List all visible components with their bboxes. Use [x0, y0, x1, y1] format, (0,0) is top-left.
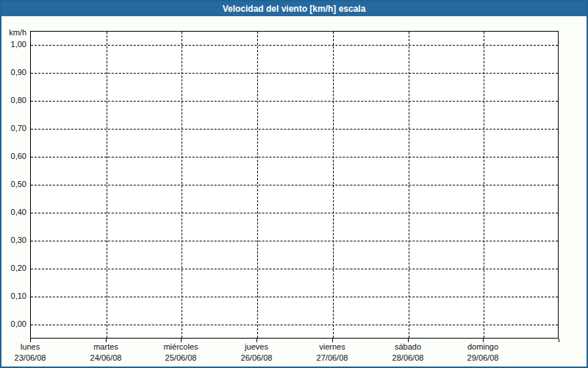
y-tick-label: 0,30 — [1, 236, 26, 245]
y-tick-label: 0,60 — [1, 152, 26, 161]
y-tick-label: 0,70 — [1, 124, 26, 133]
y-tick-label: 0,40 — [1, 208, 26, 217]
date-label: 25/06/08 — [165, 353, 197, 363]
date-label: 23/06/08 — [15, 353, 46, 363]
horizontal-gridline — [31, 241, 558, 241]
day-label: miércoles — [163, 342, 198, 352]
date-label: 29/06/08 — [467, 353, 499, 363]
date-label: 24/06/08 — [90, 353, 122, 363]
y-tick-label: 0,80 — [1, 96, 26, 105]
horizontal-gridline — [31, 45, 558, 46]
horizontal-gridline — [31, 297, 558, 297]
date-label: 27/06/08 — [317, 353, 348, 363]
day-label: lunes — [21, 342, 40, 352]
horizontal-gridline — [31, 73, 558, 74]
chart-canvas: km/h 1,000,900,800,700,600,500,400,300,2… — [1, 1, 587, 367]
day-label: domingo — [467, 342, 498, 352]
x-axis-tick — [559, 339, 559, 342]
horizontal-gridline — [31, 269, 558, 269]
horizontal-gridline — [31, 157, 558, 158]
y-axis-unit-label: km/h — [1, 28, 26, 38]
date-label: 26/06/08 — [241, 353, 273, 363]
horizontal-gridline — [31, 185, 558, 185]
day-label: jueves — [245, 342, 268, 352]
horizontal-gridline — [31, 129, 558, 130]
vertical-gridline — [409, 32, 409, 338]
horizontal-gridline — [31, 325, 558, 325]
y-tick-label: 1,00 — [1, 40, 26, 49]
horizontal-gridline — [31, 213, 558, 213]
y-tick-label: 0,50 — [1, 180, 26, 189]
day-label: sábado — [395, 342, 421, 352]
plot-area — [30, 31, 559, 339]
vertical-gridline — [333, 32, 334, 338]
horizontal-gridline — [31, 101, 558, 102]
y-tick-label: 0,90 — [1, 68, 26, 77]
vertical-gridline — [484, 32, 484, 338]
y-tick-label: 0,10 — [1, 291, 26, 301]
day-label: martes — [93, 342, 118, 352]
day-label: viernes — [319, 342, 345, 352]
vertical-gridline — [182, 32, 182, 338]
date-label: 28/06/08 — [392, 353, 424, 363]
vertical-gridline — [257, 32, 258, 338]
chart-window: Velocidad del viento [km/h] escala km/h … — [0, 0, 588, 368]
vertical-gridline — [107, 32, 107, 338]
y-tick-label: 0,00 — [1, 319, 26, 329]
y-tick-label: 0,20 — [1, 263, 26, 273]
